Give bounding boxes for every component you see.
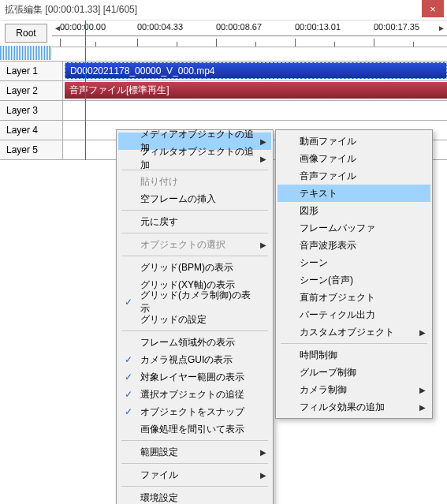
menu-label: ファイル <box>140 469 178 482</box>
menu-label: パーティクル出力 <box>300 308 375 322</box>
menu-label: グリッドの設定 <box>140 313 207 327</box>
menu-label: 空フレームの挿入 <box>140 192 216 206</box>
video-clip[interactable]: D0002021178_00000_V_000.mp4 <box>65 62 447 79</box>
layer-row: Layer 3 <box>0 101 447 121</box>
menu-label: シーン <box>300 256 328 270</box>
audio-clip[interactable]: 音声ファイル[標準再生] <box>65 82 447 99</box>
check-icon: ✓ <box>125 406 132 417</box>
window-title: 拡張編集 [00:00:01.33] [41/605] <box>5 3 137 17</box>
time-ruler[interactable]: ◄ ► 00:00:00.00 00:00:04.33 00:00:08.67 … <box>52 21 447 47</box>
playhead[interactable] <box>85 62 86 160</box>
menu-item-env[interactable]: 環境設定 <box>118 489 271 504</box>
layer-track[interactable]: D0002021178_00000_V_000.mp4 <box>63 62 447 80</box>
menu-item-framebuffer[interactable]: フレームバッファ <box>278 219 430 237</box>
timeline-header: Root ◄ ► 00:00:00.00 00:00:04.33 00:00:0… <box>0 21 447 47</box>
menu-item-range[interactable]: 範囲設定 ▶ <box>118 443 271 461</box>
track-header-hint <box>0 46 52 60</box>
menu-item-text[interactable]: テキスト <box>278 185 430 202</box>
menu-item-filter-add[interactable]: フィルタオブジェクトの追加 ▶ <box>118 150 271 167</box>
time-label: 00:00:13.01 <box>295 22 341 32</box>
menu-label: 画像処理を間引いて表示 <box>140 423 244 436</box>
layer-label[interactable]: Layer 3 <box>0 101 63 120</box>
menu-item-shape[interactable]: 図形 <box>278 202 430 219</box>
submenu-media: 動画ファイル 画像ファイル 音声ファイル テキスト 図形 フレームバッファ 音声… <box>275 129 433 419</box>
layer-label[interactable]: Layer 2 <box>0 81 63 100</box>
menu-label: カスタムオブジェクト <box>300 326 394 339</box>
menu-item-empty-frame[interactable]: 空フレームの挿入 <box>118 190 271 207</box>
menu-item-grid-bpm[interactable]: グリッド(BPM)の表示 <box>118 259 271 276</box>
menu-item-thin-image[interactable]: 画像処理を間引いて表示 <box>118 420 271 438</box>
menu-item-audio[interactable]: 音声ファイル <box>278 167 430 185</box>
menu-item-group-control[interactable]: グループ制御 <box>278 364 430 381</box>
menu-label: 選択オブジェクトの追従 <box>140 388 244 401</box>
menu-item-camera-control[interactable]: カメラ制御▶ <box>278 381 430 398</box>
check-icon: ✓ <box>125 371 132 383</box>
layer-label[interactable]: Layer 5 <box>0 140 63 159</box>
menu-item-custom-object[interactable]: カスタムオブジェクト▶ <box>278 323 430 341</box>
menu-label: 時間制御 <box>300 349 337 362</box>
menu-item-grid-settings[interactable]: グリッドの設定 <box>118 311 271 328</box>
menu-label: 範囲設定 <box>140 446 178 459</box>
submenu-arrow-icon: ▶ <box>260 448 266 457</box>
menu-item-image[interactable]: 画像ファイル <box>278 150 430 167</box>
submenu-arrow-icon: ▶ <box>419 328 426 337</box>
layer-track[interactable]: 音声ファイル[標準再生] <box>63 81 447 100</box>
menu-label: 画像ファイル <box>300 152 356 166</box>
menu-label: 音声ファイル <box>300 170 356 183</box>
check-icon: ✓ <box>125 389 132 400</box>
menu-item-snap[interactable]: ✓ オブジェクトをスナップ <box>118 403 271 420</box>
layer-track[interactable] <box>63 101 447 120</box>
layer-row: Layer 1 D0002021178_00000_V_000.mp4 <box>0 62 447 81</box>
menu-item-scene[interactable]: シーン <box>278 254 430 271</box>
menu-label: 直前オブジェクト <box>300 291 375 304</box>
menu-separator <box>121 256 268 256</box>
title-bar: 拡張編集 [00:00:01.33] [41/605] × <box>0 0 447 21</box>
menu-item-undo[interactable]: 元に戻す <box>118 213 271 230</box>
menu-item-prev-object[interactable]: 直前オブジェクト <box>278 289 430 306</box>
layer-row: Layer 2 音声ファイル[標準再生] <box>0 81 447 101</box>
menu-label: グループ制御 <box>300 366 356 379</box>
menu-label: オブジェクトをスナップ <box>140 405 244 419</box>
context-menu: メディアオブジェクトの追加 ▶ フィルタオブジェクトの追加 ▶ 貼り付け 空フレ… <box>116 129 274 504</box>
submenu-arrow-icon: ▶ <box>260 137 266 146</box>
menu-separator <box>121 486 268 487</box>
layer-label[interactable]: Layer 1 <box>0 62 63 80</box>
menu-separator <box>281 343 427 344</box>
time-label: 00:00:00.00 <box>60 22 106 32</box>
close-button[interactable]: × <box>422 0 444 17</box>
menu-separator <box>121 233 268 233</box>
menu-item-camera-gui[interactable]: ✓ カメラ視点GUIの表示 <box>118 351 271 368</box>
menu-item-waveform[interactable]: 音声波形表示 <box>278 237 430 254</box>
menu-item-grid-camera[interactable]: ✓ グリッド(カメラ制御)の表示 <box>118 293 271 311</box>
menu-item-scene-audio[interactable]: シーン(音声) <box>278 271 430 289</box>
clip-label: D0002021178_00000_V_000.mp4 <box>70 65 215 77</box>
close-icon: × <box>430 3 436 15</box>
menu-item-filter-effect[interactable]: フィルタ効果の追加▶ <box>278 398 430 416</box>
menu-item-frame-out[interactable]: フレーム領域外の表示 <box>118 334 271 351</box>
check-icon: ✓ <box>125 297 132 308</box>
menu-label: フィルタ効果の追加 <box>300 401 385 414</box>
menu-item-time-control[interactable]: 時間制御 <box>278 346 430 364</box>
menu-label: テキスト <box>300 187 337 200</box>
menu-label: 環境設定 <box>140 491 178 505</box>
menu-item-object-select[interactable]: オブジェクトの選択 ▶ <box>118 236 271 253</box>
playhead[interactable] <box>85 47 86 61</box>
root-button[interactable]: Root <box>5 24 47 43</box>
menu-item-video[interactable]: 動画ファイル <box>278 133 430 150</box>
menu-item-file[interactable]: ファイル ▶ <box>118 466 271 483</box>
menu-label: 対象レイヤー範囲の表示 <box>140 371 244 384</box>
menu-separator <box>121 463 268 464</box>
submenu-arrow-icon: ▶ <box>419 403 426 412</box>
menu-item-follow-selection[interactable]: ✓ 選択オブジェクトの追従 <box>118 386 271 403</box>
menu-item-layer-range[interactable]: ✓ 対象レイヤー範囲の表示 <box>118 368 271 386</box>
menu-label: 元に戻す <box>140 215 178 229</box>
submenu-arrow-icon: ▶ <box>260 471 266 480</box>
layer-label[interactable]: Layer 4 <box>0 121 63 140</box>
menu-label: 貼り付け <box>140 175 178 189</box>
menu-label: フレームバッファ <box>300 222 375 235</box>
menu-item-paste[interactable]: 貼り付け <box>118 173 271 190</box>
menu-label: フレーム領域外の表示 <box>140 336 235 349</box>
root-button-label: Root <box>16 28 35 39</box>
menu-item-particle[interactable]: パーティクル出力 <box>278 306 430 323</box>
menu-separator <box>121 210 268 211</box>
